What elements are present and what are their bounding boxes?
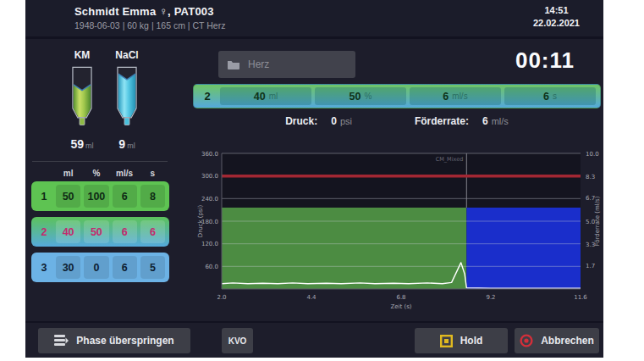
skip-phase-icon — [54, 335, 69, 347]
patient-id: PAT003 — [174, 5, 214, 18]
patient-details: 1948-06-03 | 60 kg | 165 cm | CT Herz — [74, 20, 225, 31]
elapsed-timer: 00:11 — [490, 47, 600, 74]
live-values-row: Druck: 0 psi Förderrate: 6 ml/s — [193, 115, 601, 127]
phase2-seconds: 6 — [140, 220, 165, 243]
svg-text:Druck (psi): Druck (psi) — [197, 205, 204, 238]
active-phase-bar: 2 40ml 50% 6ml/s 6s — [193, 84, 601, 108]
svg-text:6.8: 6.8 — [396, 294, 405, 301]
stop-icon — [520, 334, 533, 347]
active-phase-volume: 40ml — [220, 87, 311, 105]
svg-text:4.4: 4.4 — [306, 294, 316, 301]
kvo-button[interactable]: KVO — [222, 328, 253, 353]
protocol-name: Herz — [248, 58, 269, 70]
phase1-percent: 100 — [84, 185, 108, 208]
svg-text:1.7: 1.7 — [586, 263, 595, 269]
skip-phase-button[interactable]: Phase überspringen — [38, 328, 190, 353]
svg-text:Förderrate (ml/s): Förderrate (ml/s) — [594, 196, 601, 246]
svg-text:240.0: 240.0 — [201, 196, 218, 203]
active-phase-flow: 6ml/s — [410, 87, 501, 105]
phase-table-header: ml % ml/s s — [31, 169, 169, 178]
svg-text:120.0: 120.0 — [201, 241, 218, 247]
datetime-block: 14:51 22.02.2021 — [533, 5, 580, 28]
svg-text:360.0: 360.0 — [201, 151, 218, 158]
phase3-flow: 6 — [113, 256, 137, 279]
hold-icon — [440, 335, 453, 347]
injection-chart-svg: 360.0300.0240.0180.0120.060.010.08.36.75… — [195, 149, 603, 314]
svg-text:2.0: 2.0 — [217, 294, 226, 301]
svg-text:8.3: 8.3 — [586, 174, 595, 180]
pressure-readout: Druck: 0 psi — [285, 115, 352, 127]
syringe-km[interactable]: KM 59ml — [57, 49, 107, 151]
phase-row-1[interactable]: 1 50 100 6 8 — [31, 181, 169, 211]
svg-text:9.2: 9.2 — [486, 294, 495, 301]
svg-text:Zeit (s): Zeit (s) — [390, 303, 411, 310]
phase2-percent: 50 — [84, 220, 108, 243]
svg-text:11.6: 11.6 — [574, 294, 587, 301]
active-phase-percent: 50% — [315, 87, 406, 105]
patient-name-line: Schmidt Emma ♀, PAT003 — [74, 5, 225, 18]
active-phase-duration: 6s — [504, 87, 596, 105]
phase2-ml: 40 — [56, 220, 80, 243]
patient-name: Schmidt Emma — [74, 5, 156, 18]
left-panel-divider — [32, 161, 168, 162]
phase-row-3[interactable]: 3 30 0 6 5 — [31, 253, 169, 282]
phase3-percent: 0 — [84, 256, 108, 279]
phase3-seconds: 5 — [140, 256, 165, 279]
col-header-ml: ml — [54, 169, 82, 178]
flowrate-readout: Förderrate: 6 ml/s — [415, 115, 509, 127]
syringe-km-volume: 59ml — [57, 137, 107, 151]
syringe-nacl-volume: 9ml — [102, 137, 152, 151]
cancel-button[interactable]: Abbrechen — [515, 328, 599, 353]
phase-program-table: ml % ml/s s 1 50 100 6 8 2 40 50 6 6 3 3… — [31, 169, 169, 288]
footer-bar: Phase überspringen KVO Hold Abbrechen — [25, 321, 603, 358]
syringe-km-graphic — [68, 64, 96, 132]
syringe-nacl-label: NaCl — [102, 49, 152, 61]
phase2-flow: 6 — [113, 220, 137, 243]
cancel-label: Abbrechen — [541, 335, 594, 347]
phase1-seconds: 8 — [140, 185, 165, 208]
folder-icon — [227, 59, 240, 69]
patient-info: Schmidt Emma ♀, PAT003 1948-06-03 | 60 k… — [74, 5, 225, 31]
syringe-nacl-graphic — [113, 64, 141, 132]
phase1-flow: 6 — [113, 185, 137, 208]
skip-phase-label: Phase überspringen — [76, 335, 173, 347]
kvo-label: KVO — [228, 336, 247, 346]
col-header-flow: ml/s — [111, 169, 139, 178]
hold-button[interactable]: Hold — [415, 328, 508, 353]
syringe-km-label: KM — [57, 49, 107, 61]
injection-chart: 360.0300.0240.0180.0120.060.010.08.36.75… — [195, 149, 603, 314]
clock-date: 22.02.2021 — [533, 18, 580, 28]
gender-icon: ♀, — [159, 5, 171, 18]
syringe-nacl[interactable]: NaCl 9ml — [102, 49, 152, 151]
clock-time: 14:51 — [533, 5, 580, 15]
col-header-percent: % — [82, 169, 110, 178]
phase-row-2-active[interactable]: 2 40 50 6 6 — [31, 217, 169, 247]
svg-text:60.0: 60.0 — [205, 264, 218, 270]
phase1-ml: 50 — [56, 185, 80, 208]
hold-label: Hold — [460, 335, 483, 347]
injector-app-window: Schmidt Emma ♀, PAT003 1948-06-03 | 60 k… — [25, 0, 603, 358]
col-header-seconds: s — [139, 169, 167, 178]
protocol-button[interactable]: Herz — [218, 51, 355, 78]
header-bar: Schmidt Emma ♀, PAT003 1948-06-03 | 60 k… — [25, 0, 603, 39]
svg-text:10.0: 10.0 — [586, 151, 599, 158]
phase3-ml: 30 — [56, 256, 80, 279]
svg-text:CM_Mixed: CM_Mixed — [436, 156, 464, 163]
svg-text:300.0: 300.0 — [201, 173, 218, 180]
active-phase-number: 2 — [196, 90, 218, 103]
